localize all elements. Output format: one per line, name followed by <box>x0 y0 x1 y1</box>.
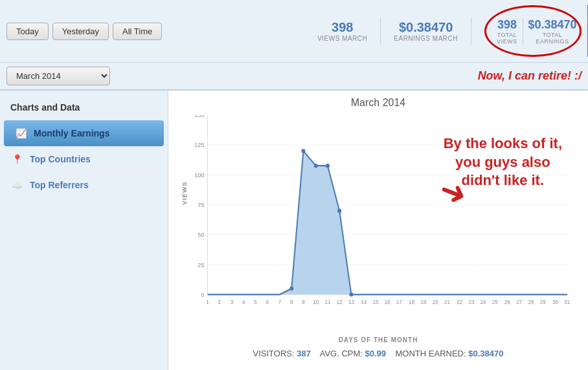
month-year-select[interactable]: March 2014 February 2014 January 2014 <box>6 67 110 85</box>
svg-text:7: 7 <box>278 299 282 305</box>
svg-text:125: 125 <box>194 142 204 148</box>
views-march-value: 398 <box>317 20 367 35</box>
earned-label: MONTH EARNED: <box>396 349 466 358</box>
totals-inner: 398 TOTAL VIEWS $0.38470 TOTAL EARNINGS <box>486 17 587 46</box>
svg-text:12: 12 <box>337 299 343 305</box>
svg-text:17: 17 <box>396 299 402 305</box>
svg-text:28: 28 <box>528 299 534 305</box>
totals-box-wrap: 398 TOTAL VIEWS $0.38470 TOTAL EARNINGS … <box>478 5 582 57</box>
svg-text:13: 13 <box>348 299 354 305</box>
svg-point-18 <box>301 149 305 153</box>
chart-area: March 2014 0 25 50 75 100 125 <box>168 91 588 370</box>
toolbar-row2: March 2014 February 2014 January 2014 No… <box>0 63 588 91</box>
svg-text:14: 14 <box>361 299 367 305</box>
svg-text:18: 18 <box>409 299 414 305</box>
svg-text:VIEWS: VIEWS <box>181 181 188 204</box>
cpm-label: AVG. CPM: <box>320 349 363 358</box>
location-icon: 📍 <box>10 153 23 166</box>
cpm-value: $0.99 <box>365 349 387 358</box>
annotation-line1: By the looks of it, <box>444 135 562 151</box>
svg-text:10: 10 <box>313 299 319 305</box>
svg-text:6: 6 <box>266 299 269 305</box>
x-axis-label: DAYS OF THE MONTH <box>181 336 575 343</box>
stats-area: 398 VIEWS MARCH $0.38470 EARNINGS MARCH … <box>304 5 582 57</box>
total-views-value: 398 <box>497 18 517 32</box>
toolbar-row1: Today Yesterday All Time 398 VIEWS MARCH… <box>0 0 588 63</box>
today-button[interactable]: Today <box>6 23 49 40</box>
cloud-icon: ☁️ <box>10 179 23 191</box>
chart-footer: VISITORS: 387 AVG. CPM: $0.99 MONTH EARN… <box>181 349 575 358</box>
svg-text:25: 25 <box>492 299 498 305</box>
all-time-button[interactable]: All Time <box>113 23 162 40</box>
svg-text:5: 5 <box>254 299 257 305</box>
sidebar-item-top-referrers[interactable]: ☁️ Top Referrers <box>0 172 168 198</box>
chart-icon: 📈 <box>14 127 27 140</box>
svg-text:21: 21 <box>444 299 450 305</box>
svg-text:23: 23 <box>468 299 474 305</box>
svg-text:3: 3 <box>231 299 234 305</box>
svg-text:24: 24 <box>481 299 486 305</box>
chart-annotation: By the looks of it, you guys also didn't… <box>444 135 562 190</box>
total-earnings-value: $0.38470 <box>528 18 577 32</box>
total-earnings-stat: $0.38470 TOTAL EARNINGS <box>523 17 582 46</box>
sidebar-item-monthly-earnings[interactable]: 📈 Monthly Earnings <box>4 120 164 146</box>
svg-text:50: 50 <box>198 232 204 238</box>
svg-text:4: 4 <box>242 299 245 305</box>
svg-point-17 <box>289 287 293 290</box>
annotation-line2: you guys also <box>455 154 550 170</box>
svg-text:19: 19 <box>420 299 426 305</box>
svg-text:20: 20 <box>433 299 438 305</box>
svg-text:0: 0 <box>201 291 204 298</box>
views-march-label: VIEWS MARCH <box>317 35 367 42</box>
sidebar-item-top-countries[interactable]: 📍 Top Countries <box>0 146 168 172</box>
svg-text:15: 15 <box>372 299 378 305</box>
svg-point-21 <box>337 209 341 213</box>
svg-point-20 <box>326 164 330 168</box>
svg-text:30: 30 <box>552 299 558 305</box>
views-march-stat: 398 VIEWS MARCH <box>304 17 381 45</box>
total-earnings-label: TOTAL EARNINGS <box>528 32 577 45</box>
svg-text:150: 150 <box>194 115 204 118</box>
chart-container: 0 25 50 75 100 125 150 VIEWS <box>181 115 575 335</box>
visitors-label: VISITORS: <box>253 349 295 358</box>
svg-text:8: 8 <box>290 299 293 305</box>
total-views-stat: 398 TOTAL VIEWS <box>492 17 523 46</box>
sidebar-title: Charts and Data <box>0 97 168 120</box>
total-views-label: TOTAL VIEWS <box>497 32 517 45</box>
earnings-march-label: EARNINGS MARCH <box>394 35 458 42</box>
sidebar-item-top-referrers-label: Top Referrers <box>30 180 89 190</box>
earned-value: $0.38470 <box>468 349 503 358</box>
yesterday-button[interactable]: Yesterday <box>52 23 109 40</box>
svg-text:26: 26 <box>504 299 510 305</box>
sidebar-item-monthly-earnings-label: Monthly Earnings <box>34 128 109 138</box>
svg-point-22 <box>349 292 353 296</box>
totals-box: 398 TOTAL VIEWS $0.38470 TOTAL EARNINGS <box>484 5 582 57</box>
svg-text:27: 27 <box>516 299 522 305</box>
sidebar: Charts and Data 📈 Monthly Earnings 📍 Top… <box>0 91 168 370</box>
annotation-line3: didn't like it. <box>462 172 544 188</box>
svg-text:75: 75 <box>198 202 204 208</box>
earnings-march-value: $0.38470 <box>394 20 458 35</box>
visitors-value: 387 <box>297 349 311 358</box>
svg-text:2: 2 <box>218 299 221 305</box>
retire-text: Now, I can retire! :/ <box>478 69 582 83</box>
earnings-march-stat: $0.38470 EARNINGS MARCH <box>381 17 471 45</box>
svg-text:16: 16 <box>385 299 390 305</box>
svg-text:11: 11 <box>324 299 330 305</box>
svg-text:22: 22 <box>457 299 462 305</box>
svg-text:1: 1 <box>206 299 209 305</box>
svg-text:29: 29 <box>540 299 546 305</box>
main-layout: Charts and Data 📈 Monthly Earnings 📍 Top… <box>0 91 588 370</box>
sidebar-item-top-countries-label: Top Countries <box>30 154 91 164</box>
svg-text:25: 25 <box>198 261 204 268</box>
svg-point-19 <box>314 164 318 168</box>
svg-text:31: 31 <box>564 299 570 305</box>
chart-title: March 2014 <box>181 97 575 109</box>
svg-text:9: 9 <box>302 299 305 305</box>
svg-text:100: 100 <box>194 172 204 179</box>
